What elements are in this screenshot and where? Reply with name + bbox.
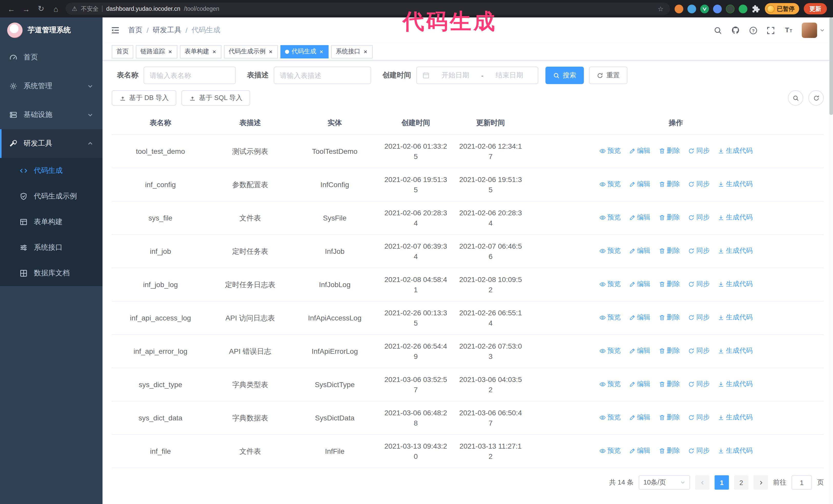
reset-button[interactable]: 重置 bbox=[589, 67, 627, 84]
scrollbar-thumb[interactable] bbox=[829, 18, 833, 115]
prev-page-button[interactable] bbox=[695, 475, 710, 490]
browser-back-icon[interactable]: ← bbox=[6, 4, 17, 13]
sync-action[interactable]: 同步 bbox=[688, 246, 710, 256]
edit-action[interactable]: 编辑 bbox=[629, 446, 650, 456]
generate-code-action[interactable]: 生成代码 bbox=[718, 379, 753, 389]
delete-action[interactable]: 删除 bbox=[659, 146, 680, 156]
preview-action[interactable]: 预览 bbox=[599, 146, 620, 156]
generate-code-action[interactable]: 生成代码 bbox=[718, 312, 753, 323]
preview-action[interactable]: 预览 bbox=[599, 346, 620, 356]
edit-action[interactable]: 编辑 bbox=[629, 213, 650, 223]
preview-action[interactable]: 预览 bbox=[599, 246, 620, 256]
preview-action[interactable]: 预览 bbox=[599, 179, 620, 189]
preview-action[interactable]: 预览 bbox=[599, 446, 620, 456]
goto-page-input[interactable] bbox=[791, 475, 812, 490]
edit-action[interactable]: 编辑 bbox=[629, 346, 650, 356]
sidebar-item-system[interactable]: 系统管理 bbox=[0, 72, 102, 100]
sync-action[interactable]: 同步 bbox=[688, 279, 710, 289]
sidebar-collapse-button[interactable] bbox=[111, 26, 120, 35]
browser-reload-icon[interactable]: ↻ bbox=[36, 4, 46, 13]
sidebar-item-codegen[interactable]: 代码生成 bbox=[0, 158, 102, 184]
delete-action[interactable]: 删除 bbox=[659, 312, 680, 323]
date-start-placeholder[interactable]: 开始日期 bbox=[433, 71, 478, 80]
breadcrumb-home[interactable]: 首页 bbox=[128, 26, 143, 35]
edit-action[interactable]: 编辑 bbox=[629, 246, 650, 256]
import-sql-button[interactable]: 基于 SQL 导入 bbox=[182, 90, 251, 105]
github-icon[interactable] bbox=[731, 26, 740, 35]
breadcrumb-section[interactable]: 研发工具 bbox=[153, 26, 182, 35]
sync-action[interactable]: 同步 bbox=[688, 446, 710, 456]
table-desc-input[interactable] bbox=[280, 72, 365, 79]
extension-leaf-icon[interactable] bbox=[738, 4, 747, 13]
page-size-select[interactable]: 10条/页 bbox=[639, 475, 690, 490]
refresh-table-button[interactable] bbox=[808, 90, 824, 105]
sidebar-item-dev-tools[interactable]: 研发工具 bbox=[0, 129, 102, 158]
table-name-input[interactable] bbox=[150, 72, 230, 79]
sidebar-item-home[interactable]: 首页 bbox=[0, 43, 102, 72]
preview-action[interactable]: 预览 bbox=[599, 312, 620, 323]
tab-form-builder[interactable]: 表单构建 bbox=[180, 45, 221, 58]
sync-action[interactable]: 同步 bbox=[688, 346, 710, 356]
extensions-puzzle-icon[interactable] bbox=[751, 4, 760, 13]
sidebar-item-codegen-demo[interactable]: 代码生成示例 bbox=[0, 184, 102, 209]
page-button-2[interactable]: 2 bbox=[734, 475, 748, 490]
edit-action[interactable]: 编辑 bbox=[629, 146, 650, 156]
date-range-picker[interactable]: 开始日期 - 结束日期 bbox=[416, 67, 538, 84]
tab-close-icon[interactable] bbox=[319, 49, 324, 54]
delete-action[interactable]: 删除 bbox=[659, 213, 680, 223]
extension-orange-icon[interactable] bbox=[674, 4, 683, 13]
edit-action[interactable]: 编辑 bbox=[629, 279, 650, 289]
sync-action[interactable]: 同步 bbox=[688, 213, 710, 223]
edit-action[interactable]: 编辑 bbox=[629, 379, 650, 389]
delete-action[interactable]: 删除 bbox=[659, 246, 680, 256]
search-button[interactable]: 搜索 bbox=[545, 67, 584, 84]
sync-action[interactable]: 同步 bbox=[688, 412, 710, 423]
sync-action[interactable]: 同步 bbox=[688, 179, 710, 189]
generate-code-action[interactable]: 生成代码 bbox=[718, 346, 753, 356]
tab-close-icon[interactable] bbox=[268, 49, 273, 54]
vue-devtools-icon[interactable] bbox=[700, 4, 709, 13]
sync-action[interactable]: 同步 bbox=[688, 146, 710, 156]
delete-action[interactable]: 删除 bbox=[659, 179, 680, 189]
preview-action[interactable]: 预览 bbox=[599, 379, 620, 389]
generate-code-action[interactable]: 生成代码 bbox=[718, 412, 753, 423]
user-avatar-menu[interactable] bbox=[802, 23, 825, 38]
generate-code-action[interactable]: 生成代码 bbox=[718, 179, 753, 189]
font-size-icon[interactable]: TT bbox=[784, 26, 793, 35]
edit-action[interactable]: 编辑 bbox=[629, 179, 650, 189]
import-db-button[interactable]: 基于 DB 导入 bbox=[112, 90, 176, 105]
preview-action[interactable]: 预览 bbox=[599, 412, 620, 423]
delete-action[interactable]: 删除 bbox=[659, 412, 680, 423]
delete-action[interactable]: 删除 bbox=[659, 279, 680, 289]
generate-code-action[interactable]: 生成代码 bbox=[718, 246, 753, 256]
tab-close-icon[interactable] bbox=[168, 49, 173, 54]
tab-trace[interactable]: 链路追踪 bbox=[136, 45, 177, 58]
page-scrollbar[interactable] bbox=[829, 18, 833, 504]
sidebar-item-infra[interactable]: 基础设施 bbox=[0, 100, 102, 129]
browser-update-button[interactable]: 更新 bbox=[804, 3, 827, 14]
browser-forward-icon[interactable]: → bbox=[21, 4, 31, 13]
sidebar-logo[interactable]: 芋道管理系统 bbox=[0, 18, 102, 43]
delete-action[interactable]: 删除 bbox=[659, 346, 680, 356]
extension-dark-icon[interactable] bbox=[725, 4, 734, 13]
sidebar-item-system-api[interactable]: 系统接口 bbox=[0, 235, 102, 261]
date-end-placeholder[interactable]: 结束日期 bbox=[487, 71, 532, 80]
tab-home[interactable]: 首页 bbox=[112, 45, 133, 58]
sync-action[interactable]: 同步 bbox=[688, 379, 710, 389]
tab-close-icon[interactable] bbox=[212, 49, 217, 54]
address-bar[interactable]: ⚠ 不安全 dashboard.yudao.iocoder.cn/tool/co… bbox=[66, 3, 670, 15]
next-page-button[interactable] bbox=[754, 475, 768, 490]
sidebar-item-form-builder[interactable]: 表单构建 bbox=[0, 209, 102, 235]
preview-action[interactable]: 预览 bbox=[599, 213, 620, 223]
tab-close-icon[interactable] bbox=[363, 49, 368, 54]
fullscreen-icon[interactable] bbox=[766, 26, 775, 34]
extension-blue-drop-icon[interactable] bbox=[687, 4, 696, 13]
generate-code-action[interactable]: 生成代码 bbox=[718, 279, 753, 289]
generate-code-action[interactable]: 生成代码 bbox=[718, 213, 753, 223]
delete-action[interactable]: 删除 bbox=[659, 379, 680, 389]
tab-system-api[interactable]: 系统接口 bbox=[331, 45, 373, 58]
bookmark-star-icon[interactable]: ☆ bbox=[658, 5, 664, 13]
sidebar-item-db-doc[interactable]: 数据库文档 bbox=[0, 261, 102, 286]
preview-action[interactable]: 预览 bbox=[599, 279, 620, 289]
sync-action[interactable]: 同步 bbox=[688, 312, 710, 323]
